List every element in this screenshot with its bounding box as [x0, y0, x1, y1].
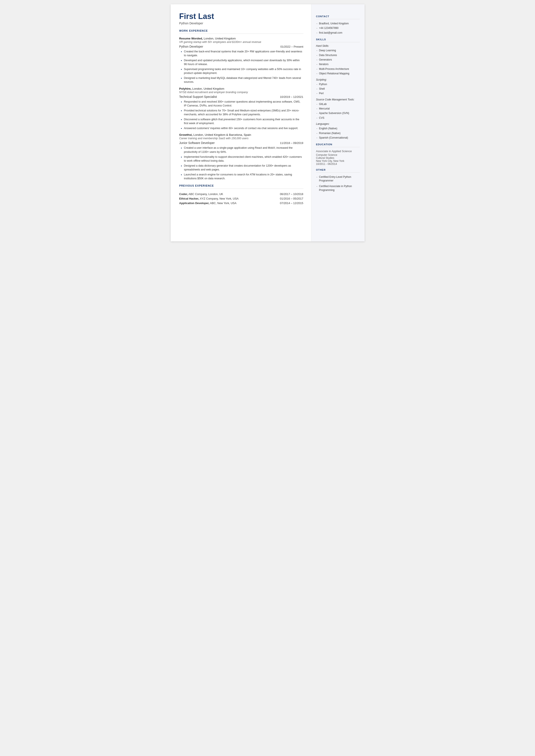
prev-job-dates-3: 07/2014 – 12/2015 [268, 201, 303, 205]
skill-python: Python [316, 82, 360, 87]
bullet-2-1: Responded to and resolved 300+ customer … [180, 100, 303, 107]
job-header-2: Technical Support Specialist 10/2019 – 1… [179, 95, 303, 98]
job-entry-1: Resume Worded, London, United Kingdom VR… [179, 37, 303, 84]
prev-job-role-1: Coder, ABC Company, London, UK [179, 192, 268, 196]
prev-job-row-3: Application Developer, ABC, New York, US… [179, 201, 303, 205]
job-dates-3: 11/2018 – 09/2019 [280, 141, 303, 145]
job-dates-1: 01/2022 – Present [280, 45, 303, 48]
bullet-1-1: Created the back-end financial systems t… [180, 49, 303, 57]
company-line-1: Resume Worded, London, United Kingdom [179, 37, 303, 40]
scm-label: Source Code Management Tools: [316, 98, 360, 101]
company-bold-3: Growthsi, [179, 133, 193, 136]
candidate-name: First Last [179, 12, 303, 21]
bullet-2-3: Discovered a software glitch that preven… [180, 118, 303, 125]
company-tagline-2: NYSE-listed recruitment and employer bra… [179, 91, 303, 94]
contact-phone: +44 1234567890 [316, 26, 360, 30]
contact-location: Bradford, United Kingdom [316, 21, 360, 26]
skill-generators: Generators [316, 58, 360, 62]
bullet-1-4: Designed a marketing lead MySQL database… [180, 76, 303, 84]
previous-divider [179, 188, 303, 189]
job-bullets-2: Responded to and resolved 300+ customer … [179, 100, 303, 130]
hard-skills-list: Deep Learning Data Structures Generators… [316, 48, 360, 76]
hard-skills-label: Hard Skills: [316, 44, 360, 47]
job-header-3: Junior Software Developer 11/2018 – 09/2… [179, 141, 303, 145]
bullet-3-1: Created a user interface as a single-pag… [180, 146, 303, 154]
skill-mercurial: Mercurial [316, 106, 360, 111]
education-header: EDUCATION [316, 143, 360, 146]
other-cert-1: Certified Entry-Level Python Programmer [316, 175, 360, 183]
edu-field-2: Cultural Studies [316, 156, 360, 159]
job-bullets-3: Created a user interface as a single-pag… [179, 146, 303, 181]
company-rest-1: London, United Kingdom [203, 37, 236, 40]
sidebar-column: CONTACT Bradford, United Kingdom +44 123… [311, 4, 365, 241]
edu-field-1: Computer Science [316, 154, 360, 156]
edu-entry-1: Associate in Applied Science Computer Sc… [316, 149, 360, 165]
job-header-1: Python Developer 01/2022 – Present [179, 45, 303, 48]
other-list: Certified Entry-Level Python Programmer … [316, 175, 360, 193]
company-line-3: Growthsi, London, United Kingdom & Barce… [179, 133, 303, 136]
skill-multiprocess: Multi-Process Architecture [316, 67, 360, 71]
main-column: First Last Python Developer WORK EXPERIE… [171, 4, 311, 241]
lang-english: English (Native) [316, 126, 360, 131]
other-divider [316, 172, 360, 173]
company-bold-1: Resume Worded, [179, 37, 203, 40]
resume-document: First Last Python Developer WORK EXPERIE… [171, 4, 365, 241]
prev-job-row-2: Ethical Hacker, XYZ Company, New York, U… [179, 196, 303, 201]
edu-degree-1: Associate in Applied Science [316, 149, 360, 153]
skill-perl: Perl [316, 91, 360, 96]
bullet-3-3: Designed a data dictionary generator tha… [180, 164, 303, 172]
prev-job-row-1: Coder, ABC Company, London, UK 06/2017 –… [179, 192, 303, 196]
lang-spanish: Spanish (Conversational) [316, 136, 360, 140]
other-cert-2: Certified Associate in Python Programmin… [316, 184, 360, 192]
scripting-label: Scripting: [316, 78, 360, 81]
skill-gitlab: GitLab [316, 102, 360, 106]
contact-header: CONTACT [316, 15, 360, 18]
edu-dates-1: 10/2011 - 06/2014 [316, 162, 360, 165]
job-dates-2: 10/2019 – 12/2021 [280, 95, 303, 98]
edu-location-1: New York City, New York [316, 159, 360, 162]
bullet-1-2: Developed and updated productivity appli… [180, 58, 303, 66]
skill-iterators: Iterators [316, 62, 360, 67]
skill-svn: Apache Subversion (SVN) [316, 111, 360, 116]
job-title-3: Junior Software Developer [179, 141, 215, 145]
company-rest-2: London, United Kingdom [191, 87, 224, 90]
skill-deep-learning: Deep Learning [316, 48, 360, 53]
previous-experience-header: PREVIOUS EXPERIENCE [179, 184, 303, 187]
company-rest-3: London, United Kingdom & Barcelona, Spai… [193, 133, 251, 136]
previous-jobs-table: Coder, ABC Company, London, UK 06/2017 –… [179, 192, 303, 205]
skill-cvs: CVS [316, 116, 360, 120]
bullet-3-2: Implemented functionality to support dis… [180, 155, 303, 163]
prev-job-role-3: Application Developer, ABC, New York, US… [179, 201, 268, 205]
company-bold-2: Polyhire, [179, 87, 191, 90]
skill-data-structures: Data Structures [316, 53, 360, 58]
prev-job-role-2: Ethical Hacker, XYZ Company, New York, U… [179, 196, 268, 201]
skill-orm: Object Relational Mapping [316, 71, 360, 76]
skill-shell: Shell [316, 87, 360, 91]
other-header: OTHER [316, 169, 360, 171]
company-tagline-1: VR gaming startup with 50+ employees and… [179, 41, 303, 43]
contact-email: first.last@gmail.com [316, 31, 360, 35]
job-title-1: Python Developer [179, 45, 203, 48]
bullet-2-2: Provided technical solutions for 70+ Sma… [180, 109, 303, 116]
scm-list: GitLab Mercurial Apache Subversion (SVN)… [316, 102, 360, 121]
job-entry-3: Growthsi, London, United Kingdom & Barce… [179, 133, 303, 181]
prev-job-dates-2: 01/2016 – 05/2017 [268, 196, 303, 201]
job-bullets-1: Created the back-end financial systems t… [179, 49, 303, 84]
bullet-1-3: Supervised programming tasks and maintai… [180, 67, 303, 75]
languages-label: Languages: [316, 123, 360, 126]
job-title-2: Technical Support Specialist [179, 95, 217, 98]
bullet-3-4: Launched a search engine for consumers t… [180, 173, 303, 181]
prev-job-dates-1: 06/2017 – 10/2018 [268, 192, 303, 196]
company-tagline-3: Career training and membership SaaS with… [179, 137, 303, 140]
work-experience-header: WORK EXPERIENCE [179, 29, 303, 32]
skills-header: SKILLS [316, 38, 360, 41]
candidate-title: Python Developer [179, 21, 303, 25]
scripting-list: Python Shell Perl [316, 82, 360, 96]
contact-list: Bradford, United Kingdom +44 1234567890 … [316, 21, 360, 35]
languages-list: English (Native) Romanian (Native) Spani… [316, 126, 360, 140]
bullet-2-4: Answered customers' inquiries within 60+… [180, 126, 303, 130]
lang-romanian: Romanian (Native) [316, 131, 360, 136]
company-line-2: Polyhire, London, United Kingdom [179, 87, 303, 90]
work-divider [179, 34, 303, 34]
education-divider [316, 147, 360, 147]
